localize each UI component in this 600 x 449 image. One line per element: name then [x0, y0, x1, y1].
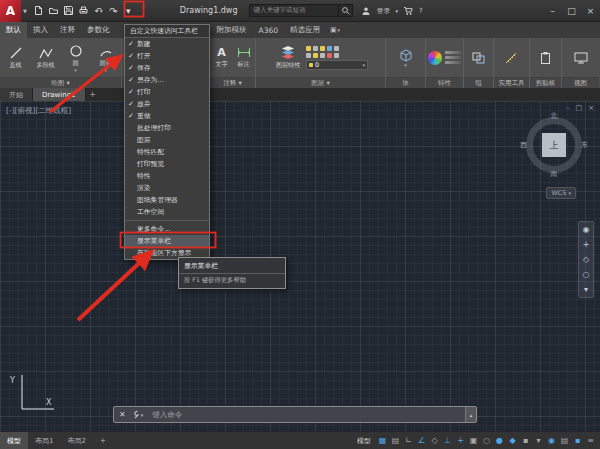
redo-icon[interactable]: ↷▾ — [106, 4, 121, 18]
viewcube-east-label[interactable]: 东 — [581, 140, 588, 150]
app-store-cart-icon[interactable] — [403, 6, 414, 16]
plot-icon[interactable] — [76, 4, 91, 18]
navigation-tool-icon[interactable]: ◉ — [583, 225, 590, 234]
status-icon[interactable]: ⊥ — [441, 436, 454, 445]
drawing-close-icon[interactable]: × — [588, 104, 594, 112]
command-customize-icon[interactable]: ▾ — [131, 410, 148, 419]
measure-icon[interactable] — [504, 51, 520, 65]
panel-label-groups[interactable]: 组 — [464, 77, 493, 88]
panel-label-block[interactable]: 块 — [386, 77, 425, 88]
panel-label-utilities[interactable]: 实用工具 — [494, 77, 529, 88]
qat-menu-item[interactable]: ✓ 放弃 — [125, 98, 209, 110]
viewcube-top-face[interactable]: 上 — [542, 133, 566, 157]
viewcube-west-label[interactable]: 西 — [520, 140, 527, 150]
drawing-restore-icon[interactable]: □ — [576, 104, 583, 112]
viewcube-south-label[interactable]: 南 — [551, 169, 558, 179]
qat-menu-item[interactable]: 图纸集管理器 — [125, 194, 209, 206]
search-input[interactable]: 键入关键字或短语 — [250, 6, 338, 15]
close-button[interactable]: × — [581, 0, 600, 21]
status-icon[interactable]: ≡ — [584, 436, 597, 445]
maximize-button[interactable]: □ — [562, 0, 581, 21]
qat-menu-item[interactable]: 渲染 — [125, 182, 209, 194]
layout-tab[interactable]: 布局2 — [60, 432, 92, 449]
group-icon[interactable] — [471, 51, 486, 65]
qat-menu-item[interactable]: ✓ 打开 — [125, 50, 209, 62]
layout-tab[interactable]: 模型 — [0, 432, 28, 449]
arc-tool[interactable]: 圆弧 ▾ — [92, 44, 119, 72]
search-icon[interactable] — [338, 5, 352, 16]
wcs-dropdown[interactable]: WCS ▾ — [546, 187, 576, 199]
line-tool[interactable]: 直线 — [2, 46, 29, 70]
qat-menu-item[interactable]: ✓ 重做 — [125, 110, 209, 122]
ribbon-tab[interactable]: 参数化 — [81, 22, 116, 38]
layout-tab[interactable]: 布局1 — [28, 432, 60, 449]
panel-label-view[interactable]: 视图 — [562, 77, 599, 88]
ribbon-tab[interactable]: 默认 — [0, 22, 27, 38]
qat-menu-item[interactable]: 批处理打印 — [125, 122, 209, 134]
model-space-label[interactable]: 模型 — [357, 436, 371, 446]
qat-menu-item[interactable]: ✓ 保存 — [125, 62, 209, 74]
qat-customize-icon[interactable]: ▾ — [121, 4, 136, 18]
autocad-logo[interactable]: A — [0, 0, 21, 22]
undo-dropdown-icon[interactable]: ▾ — [100, 8, 103, 14]
status-icon[interactable]: ∟ — [402, 436, 415, 445]
status-icon[interactable]: ▤ — [389, 436, 402, 445]
status-icon[interactable]: ▪ — [519, 436, 532, 445]
panel-label-layers[interactable]: 图层 ▾ — [256, 77, 385, 88]
qat-menu-item[interactable]: 工作空间 — [125, 206, 209, 218]
viewport-controls-label[interactable]: [-][俯视][二维线框] — [6, 106, 71, 116]
drawing-minimize-icon[interactable]: – — [566, 104, 570, 112]
layer-select-dropdown[interactable]: 0 ▾ — [306, 60, 368, 70]
qat-menu-item[interactable]: 特性 — [125, 170, 209, 182]
command-close-icon[interactable]: ✕ — [114, 410, 131, 419]
signin-label[interactable]: 登录 — [376, 6, 390, 16]
panel-label-draw[interactable]: 绘图 ▾ — [0, 77, 121, 88]
layer-state-icons[interactable] — [306, 53, 368, 58]
layout-tab[interactable]: + — [93, 432, 113, 449]
minimize-button[interactable]: – — [543, 0, 562, 21]
panel-label-properties[interactable]: 特性 — [426, 77, 463, 88]
ribbon-tab[interactable]: 注释 — [54, 22, 81, 38]
status-icon[interactable]: ▣ — [467, 436, 480, 445]
ribbon-tab[interactable]: 精选应用 — [284, 22, 326, 38]
status-icon[interactable]: ▪ — [571, 436, 584, 445]
undo-icon[interactable]: ↶▾ — [91, 4, 106, 18]
viewcube[interactable]: 上 北 南 西 东 — [522, 113, 586, 177]
open-folder-icon[interactable] — [46, 4, 61, 18]
layer-properties-button[interactable]: 图层特性 — [273, 45, 303, 70]
user-icon[interactable] — [361, 6, 371, 16]
file-tab[interactable]: Drawing1 — [33, 88, 86, 101]
qat-menu-item[interactable]: 图层 — [125, 134, 209, 146]
new-file-icon[interactable] — [31, 4, 46, 18]
status-icon[interactable]: ▾ — [532, 436, 545, 445]
viewcube-north-label[interactable]: 北 — [551, 111, 558, 121]
signin-dropdown-icon[interactable]: ▾ — [395, 8, 398, 14]
help-icon[interactable]: ? — [419, 7, 423, 15]
qat-menu-item[interactable]: ✓ 打印 — [125, 86, 209, 98]
status-icon[interactable]: ◉ — [545, 436, 558, 445]
redo-dropdown-icon[interactable]: ▾ — [115, 8, 118, 14]
panel-label-clipboard[interactable]: 剪贴板 — [530, 77, 561, 88]
ribbon-display-toggle[interactable]: ▣ ▾ — [330, 22, 340, 38]
ribbon-tab[interactable]: A360 — [253, 22, 284, 38]
search-box[interactable]: 键入关键字或短语 — [249, 4, 353, 17]
status-icon[interactable]: ▦ — [376, 436, 389, 445]
arc-flyout-icon[interactable]: ▾ — [104, 68, 107, 72]
navigation-tool-icon[interactable]: ◇ — [583, 255, 589, 264]
dimension-tool[interactable]: 标注 — [234, 46, 253, 69]
status-icon[interactable]: ▤ — [558, 436, 571, 445]
view-icon[interactable] — [573, 51, 589, 65]
status-icon[interactable]: ◆ — [506, 436, 519, 445]
color-wheel-icon[interactable] — [428, 51, 442, 65]
insert-block-tool[interactable]: ▾ — [392, 48, 419, 67]
command-history-scrollbar[interactable]: ▴ — [465, 407, 476, 422]
navigation-tool-icon[interactable]: ▾ — [584, 285, 588, 294]
clipboard-icon[interactable] — [539, 51, 552, 65]
circle-flyout-icon[interactable]: ▾ — [74, 68, 77, 72]
navigation-tool-icon[interactable]: ○ — [583, 270, 590, 279]
status-icon[interactable]: ∠ — [415, 436, 428, 445]
ribbon-tab[interactable]: 插入 — [27, 22, 54, 38]
qat-menu-item[interactable]: 更多命令... — [125, 223, 209, 235]
navigation-tool-icon[interactable]: + — [583, 240, 590, 249]
text-tool[interactable]: A 文字 — [212, 46, 231, 69]
